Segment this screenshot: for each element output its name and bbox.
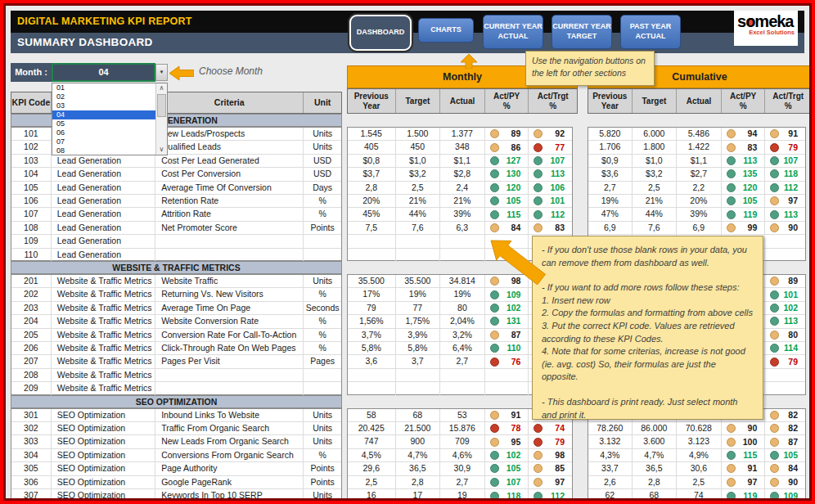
nav-button-past-year-actual[interactable]: PAST YEAR ACTUAL [620,15,681,49]
value-cell [765,249,805,262]
ratio-value: 84 [511,222,521,234]
kpi-code-cell: 204 [11,315,52,327]
group-cell: Lead Generation [52,235,155,247]
kpi-code-cell: 207 [11,355,52,367]
nav-button-current-year-actual[interactable]: CURRENT YEAR ACTUAL [483,15,543,49]
ratio-cell: 102 [765,302,805,314]
unit-cell: Points [304,476,341,488]
scrollbar-thumb[interactable] [157,94,166,117]
nav-button-current-year-target[interactable]: CURRENT YEAR TARGET [552,15,612,49]
status-dot-icon [770,129,779,138]
nav-note-line: Use the navigation buttons on [532,55,648,67]
ratio-cell: 119 [722,489,766,501]
status-dot-icon [490,492,499,501]
value-cell: 68 [396,409,441,421]
month-option[interactable]: 02 [52,92,160,101]
ratio-value: 109 [507,289,521,301]
value-cell: 77 [396,302,441,314]
value-cell: 79 [348,302,396,314]
unit-cell: Pages [304,355,341,367]
ratio-value: 76 [511,356,521,368]
nav-button-charts[interactable]: CHARTS [418,18,474,43]
ratio-cell: 101 [529,195,572,207]
criteria-cell: Average Time On Page [155,302,304,314]
month-option[interactable]: 06 [52,128,160,137]
status-dot-icon [534,438,543,447]
kpi-code-cell: 203 [11,302,52,314]
ratio-cell: 97 [765,195,805,207]
ratio-cell: 84 [485,222,529,234]
table-row: 1.7061.8001.4228379 [588,141,805,154]
ratio-value: 105 [507,462,521,475]
group-cell: SEO Optimization [52,449,155,461]
table-row: 110Lead Generation [11,249,341,262]
ratio-cell: 113 [765,208,805,220]
month-option[interactable]: 01 [52,83,160,92]
table-row: 2,62,82,59790 [588,476,805,489]
ratio-value: 97 [555,476,565,488]
month-dropdown-list[interactable]: ∧ ∨ 0102030405060708 [52,83,168,155]
instructions-note-line: 4. Note that for some criterias, increas… [542,345,754,384]
left-table-body: 201Website & Traffic MetricsWebsite Traf… [11,274,342,395]
value-cell: 709 [440,435,485,448]
ratio-value: 120 [507,182,521,194]
nav-button-dashboard[interactable]: DASHBOARD [349,15,412,51]
up-arrow-icon [461,54,477,69]
month-option[interactable]: 03 [52,101,160,110]
table-row: 202Website & Traffic MetricsReturning Vs… [11,288,341,301]
value-cell: 20% [677,195,722,207]
month-option[interactable]: 08 [52,146,160,155]
ratio-value: 86 [511,142,521,154]
status-dot-icon [770,358,779,367]
scroll-down-icon[interactable]: ∨ [156,145,167,155]
month-dropdown-button[interactable]: ▼ [155,64,168,81]
value-cell: 2,5 [633,182,678,194]
ratio-value: 131 [507,315,521,327]
value-cell: 58 [348,409,396,421]
someka-logo: someka Excel Solutions [734,11,798,46]
ratio-value: 106 [550,182,565,194]
ratio-cell: 105 [485,462,529,475]
ratio-cell: 83 [529,222,572,234]
table-row: 1.5451.5001.3778992 [348,128,572,141]
value-cell: 1.377 [440,128,485,140]
ratio-cell: 101 [765,288,805,300]
value-cell: 6.000 [633,128,678,140]
choose-month-arrow-icon [169,66,194,80]
status-dot-icon [490,451,499,460]
value-cell: 2,2 [677,182,722,194]
instructions-note-line: - If you want to add more rows follow th… [542,281,754,295]
ratio-cell: 79 [529,435,572,448]
someka-brand-text: someka [737,12,795,30]
value-block-cumulative: 8278.26086.00070.62890823.1323.6003.1231… [588,408,806,501]
value-cell: 47% [588,208,633,220]
month-option[interactable]: 05 [52,119,160,128]
value-cell [396,249,441,262]
value-cell: 1.706 [588,141,633,153]
value-cell: 2,7 [588,182,633,194]
pointer-arrow-icon [489,239,553,285]
value-cell: $3,7 [348,168,396,180]
table-row: 2,72,52,2120112 [588,182,805,195]
status-dot-icon [770,169,779,178]
month-option[interactable]: 04 [52,110,160,119]
criteria-cell: Google PageRank [155,476,304,488]
month-option[interactable]: 07 [52,137,160,146]
value-cell: 33,7 [588,462,633,475]
month-select[interactable]: 04 [52,63,155,82]
ratio-value: 79 [788,142,798,154]
month-label: Month : [11,63,52,82]
dropdown-scrollbar[interactable]: ∧ ∨ [155,83,167,155]
criteria-cell: New Leads From Organic Search [155,435,304,448]
ratio-cell: 113 [765,315,805,327]
instructions-note-line: - This dashboard is print ready. Just se… [542,396,754,420]
group-cell: Website & Traffic Metrics [52,329,155,341]
instructions-note-line [542,384,754,396]
value-cell [765,235,805,247]
status-dot-icon [490,331,499,340]
status-dot-icon [770,438,779,447]
status-dot-icon [490,290,499,299]
status-dot-icon [534,156,543,165]
group-cell: Lead Generation [52,182,155,194]
scroll-up-icon[interactable]: ∧ [156,83,167,93]
